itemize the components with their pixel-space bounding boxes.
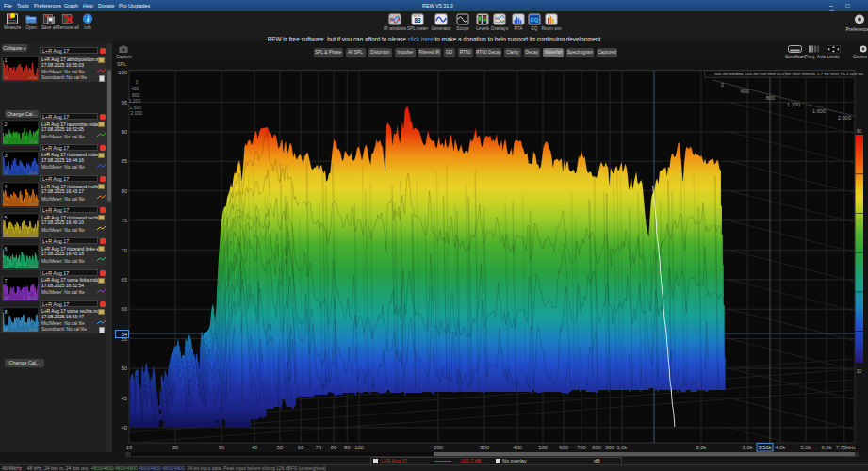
svg-text:20,0k: 20,0k (28, 171, 37, 175)
svg-text:20: 20 (4, 328, 8, 332)
svg-text:7,75kHz: 7,75kHz (836, 445, 856, 450)
svg-text:100: 100 (118, 70, 127, 75)
svg-text:800: 800 (132, 92, 140, 98)
svg-text:20: 20 (4, 140, 8, 144)
svg-text:1.200: 1.200 (129, 98, 141, 104)
svg-text:20: 20 (4, 234, 8, 237)
svg-text:54: 54 (122, 332, 127, 337)
svg-text:0: 0 (136, 79, 139, 85)
svg-text:3,56k: 3,56k (758, 445, 771, 450)
svg-text:40: 40 (122, 425, 127, 430)
svg-text:1,0k: 1,0k (617, 445, 628, 450)
svg-text:600: 600 (559, 445, 568, 450)
svg-text:2.000: 2.000 (130, 110, 142, 116)
svg-text:700: 700 (577, 445, 586, 450)
svg-text:83: 83 (414, 17, 421, 24)
svg-text:20,0k: 20,0k (28, 76, 37, 80)
svg-text:0: 0 (721, 82, 724, 88)
svg-text:20,0 ms slice interval, 1,7 Hz: 20,0 ms slice interval, 1,7 Hz resn, t =… (777, 72, 864, 76)
svg-text:20,0k: 20,0k (28, 234, 37, 237)
svg-text:400: 400 (741, 89, 749, 94)
svg-text:40: 40 (252, 445, 257, 450)
svg-text:20,0k: 20,0k (28, 328, 37, 332)
svg-text:20: 20 (172, 445, 178, 450)
svg-text:200: 200 (434, 445, 443, 450)
svg-text:6,0k: 6,0k (822, 445, 832, 450)
svg-text:30: 30 (219, 445, 224, 450)
svg-text:90: 90 (122, 129, 127, 135)
svg-text:4,0k: 4,0k (776, 445, 786, 450)
svg-text:80: 80 (122, 188, 127, 194)
svg-text:400: 400 (513, 445, 522, 450)
svg-text:85: 85 (122, 158, 127, 164)
svg-text:20,0k: 20,0k (28, 297, 37, 300)
svg-text:400: 400 (131, 86, 139, 91)
svg-text:32: 32 (857, 368, 862, 374)
svg-text:1.600: 1.600 (130, 105, 142, 110)
svg-text:5,0k: 5,0k (801, 445, 811, 450)
svg-text:20: 20 (4, 265, 8, 268)
svg-text:1.600: 1.600 (812, 108, 826, 114)
svg-text:3,0k: 3,0k (743, 445, 753, 450)
svg-text:20: 20 (4, 203, 8, 206)
svg-text:13: 13 (126, 445, 132, 450)
svg-text:70: 70 (122, 248, 127, 253)
svg-text:500: 500 (538, 445, 548, 450)
svg-text:6: 6 (5, 246, 8, 252)
svg-text:50: 50 (277, 445, 283, 450)
svg-text:95: 95 (122, 100, 127, 106)
svg-text:900: 900 (605, 445, 614, 450)
svg-text:1: 1 (5, 57, 8, 63)
svg-text:50: 50 (122, 365, 127, 371)
svg-text:60: 60 (122, 306, 127, 312)
svg-text:80: 80 (331, 445, 336, 450)
svg-text:EQ: EQ (531, 17, 539, 23)
svg-text:2,0k: 2,0k (696, 445, 707, 450)
svg-text:45: 45 (122, 396, 127, 401)
svg-text:90: 90 (857, 128, 862, 134)
svg-text:20: 20 (4, 76, 8, 80)
svg-text:300: 300 (480, 445, 489, 450)
svg-text:8: 8 (5, 309, 8, 315)
svg-text:90: 90 (344, 445, 350, 450)
svg-text:75: 75 (122, 218, 127, 223)
svg-text:20: 20 (4, 171, 8, 175)
svg-text:20,0k: 20,0k (28, 203, 37, 206)
svg-text:20,0k: 20,0k (28, 265, 37, 268)
svg-text:20,0k: 20,0k (28, 140, 37, 144)
svg-text:dB SPL: dB SPL (414, 13, 422, 17)
svg-text:7: 7 (5, 278, 8, 284)
svg-text:1.200: 1.200 (787, 102, 800, 107)
svg-text:2: 2 (5, 122, 8, 127)
svg-text:800: 800 (592, 445, 601, 450)
svg-text:20: 20 (4, 297, 8, 300)
svg-text:100: 100 (354, 445, 364, 450)
svg-text:65: 65 (122, 277, 127, 283)
svg-text:5: 5 (5, 215, 8, 220)
svg-text:60: 60 (298, 445, 303, 450)
svg-text:500 ms window, 100 ms rise tim: 500 ms window, 100 ms rise time (714, 72, 776, 76)
svg-text:3: 3 (5, 153, 8, 158)
svg-text:4: 4 (5, 184, 8, 189)
svg-text:70: 70 (316, 445, 321, 450)
svg-text:2.000: 2.000 (838, 115, 851, 121)
